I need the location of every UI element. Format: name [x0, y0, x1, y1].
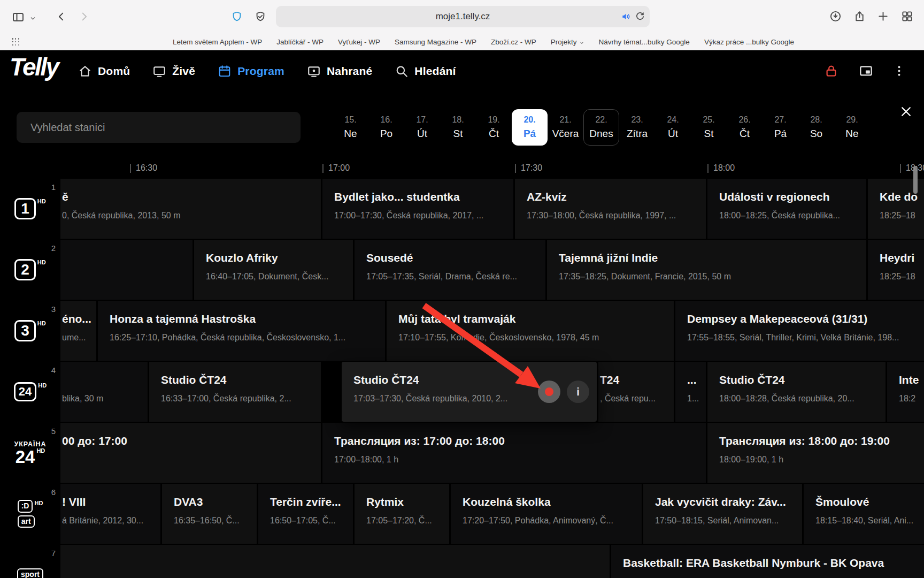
program-cell[interactable]: 00 до: 17:00 — [60, 423, 321, 483]
app-launcher-icon[interactable] — [12, 38, 20, 46]
bookmark-item[interactable]: Zboží.cz - WP — [491, 38, 536, 46]
program-cell[interactable]: Rytmix17:05–17:20, Č... — [355, 484, 449, 544]
bookmark-item[interactable]: Samsung Magazine - WP — [395, 38, 476, 46]
program-cell[interactable]: Tajemná jižní Indie17:35–18:25, Dokument… — [547, 240, 866, 300]
program-cell[interactable]: Inte18:2 — [887, 362, 924, 422]
date-23-zitra[interactable]: 23.Zítra — [619, 109, 655, 146]
program-cell[interactable]: Jak vycvičit draky: Záv...17:50–18:15, S… — [643, 484, 802, 544]
hd-badge: HD — [38, 382, 47, 389]
back-button-icon[interactable] — [56, 11, 67, 22]
channel-logo-5[interactable]: 5УКРАЇНА24HD — [0, 423, 60, 483]
program-cell[interactable]: Můj tata byl tramvaják17:10–17:55, Komed… — [387, 301, 674, 361]
program-cell[interactable] — [60, 240, 192, 300]
program-title: Terčin zvíře... — [270, 495, 348, 508]
channel-logo-3[interactable]: 33HD — [0, 301, 60, 361]
date-21-vcera[interactable]: 21.Včera — [548, 109, 583, 146]
program-cell[interactable]: ! VIIIá Británie, 2012, 30... — [60, 484, 160, 544]
audio-playing-icon[interactable] — [621, 11, 632, 22]
program-cell[interactable]: Šmoulové18:15–18:40, Seriál, Ani... — [804, 484, 924, 544]
nav-item-program[interactable]: Program — [218, 64, 284, 78]
program-cell[interactable]: Studio ČT2418:00–18:28, Česká republika,… — [707, 362, 886, 422]
nav-item-zive[interactable]: Živě — [152, 64, 195, 78]
new-tab-icon[interactable] — [877, 10, 889, 22]
chevron-down-icon[interactable] — [29, 14, 36, 21]
date-18-st[interactable]: 18.St — [440, 109, 476, 146]
date-27-pa[interactable]: 27.Pá — [763, 109, 798, 146]
ct-logo-icon: 2 — [14, 259, 36, 281]
program-cell[interactable]: Honza a tajemná Hastroška16:25–17:10, Po… — [98, 301, 385, 361]
date-19-ct[interactable]: 19.Čt — [476, 109, 512, 146]
sidebar-toggle-icon[interactable] — [12, 11, 25, 24]
program-cell[interactable]: blika, 30 m — [60, 362, 148, 422]
pip-cast-icon[interactable] — [859, 64, 873, 78]
program-cell[interactable]: Kouzelná školka17:20–17:50, Pohádka, Ani… — [451, 484, 642, 544]
program-cell[interactable]: Dempsey a Makepeaceová (31/31)17:55–18:5… — [675, 301, 924, 361]
program-cell[interactable]: Bydlet jako... studentka17:00–17:30, Čes… — [322, 179, 513, 239]
timeline-label: 16:30 — [136, 163, 157, 173]
channel-logo-7[interactable]: 7sport — [0, 545, 60, 578]
ct-logo-icon: :D — [18, 500, 33, 512]
close-icon[interactable] — [899, 105, 913, 118]
hd-badge: HD — [37, 320, 46, 326]
privacy-shield-icon[interactable] — [231, 11, 243, 22]
program-cell[interactable]: Трансляция из: 17:00 до: 18:0017:00–18:0… — [322, 423, 706, 483]
program-subtitle: 1... — [687, 394, 700, 404]
program-cell[interactable]: AZ-kvíz17:30–18:00, Česká republika, 199… — [515, 179, 706, 239]
program-cell[interactable]: T24, Česká repu... — [598, 362, 674, 422]
program-cell[interactable]: DVA316:35–16:50, Č... — [162, 484, 257, 544]
program-cell[interactable]: Studio ČT2417:03–17:30, Česká republika,… — [342, 362, 597, 422]
program-subtitle: 18:15–18:40, Seriál, Ani... — [815, 516, 919, 526]
date-22-dnes[interactable]: 22.Dnes — [583, 109, 619, 146]
nav-item-nahrane[interactable]: Nahrané — [307, 64, 372, 78]
station-search-input[interactable] — [17, 112, 301, 143]
bookmark-item[interactable]: Letem světem Applem - WP — [173, 38, 262, 46]
url-bar[interactable]: moje1.telly.cz — [276, 6, 650, 27]
date-17-ut[interactable]: 17.Út — [404, 109, 440, 146]
program-cell[interactable]: Události v regionech18:00–18:25, Česká r… — [707, 179, 866, 239]
date-28-so[interactable]: 28.So — [798, 109, 834, 146]
more-menu-icon[interactable] — [892, 64, 906, 78]
forward-button-icon[interactable] — [78, 11, 90, 22]
telly-logo[interactable]: Telly — [10, 52, 58, 81]
bookmark-item[interactable]: Projekty — [551, 38, 584, 46]
date-16-po[interactable]: 16.Po — [368, 109, 404, 146]
bookmark-item[interactable]: Návrhy témat...bulky Google — [599, 38, 690, 46]
program-cell[interactable]: ě0, Česká republika, 2013, 50 m — [60, 179, 321, 239]
date-day-label: Čt — [740, 128, 750, 140]
program-subtitle: blika, 30 m — [62, 394, 142, 404]
program-cell[interactable]: Studio ČT2416:33–17:00, Česká republika,… — [149, 362, 321, 422]
channel-logo-2[interactable]: 22HD — [0, 240, 60, 300]
program-cell[interactable]: éno...ume... — [60, 301, 96, 361]
program-cell[interactable]: Terčin zvíře...16:50–17:05, Č... — [258, 484, 353, 544]
info-button[interactable]: i — [567, 381, 589, 403]
nav-item-hledani[interactable]: Hledání — [395, 64, 456, 78]
date-26-ct[interactable]: 26.Čt — [727, 109, 763, 146]
program-cell[interactable]: Kouzlo Afriky16:40–17:05, Dokument, Česk… — [194, 240, 353, 300]
nav-item-domu[interactable]: Domů — [78, 64, 130, 78]
reload-icon[interactable] — [635, 11, 645, 22]
scrollbar[interactable] — [913, 166, 918, 194]
record-button[interactable] — [538, 381, 560, 403]
program-cell[interactable]: ...1... — [675, 362, 706, 422]
date-15-ne[interactable]: 15.Ne — [333, 109, 368, 146]
parental-lock-icon[interactable] — [824, 64, 838, 78]
bookmark-item[interactable]: Výkaz práce ...bulky Google — [704, 38, 794, 46]
share-icon[interactable] — [853, 10, 866, 22]
program-cell[interactable] — [60, 545, 610, 578]
program-cell[interactable]: Heydri18:25–18 — [868, 240, 924, 300]
date-29-ne[interactable]: 29.Ne — [834, 109, 870, 146]
bookmark-item[interactable]: Vyťukej - WP — [338, 38, 380, 46]
downloads-icon[interactable] — [829, 10, 842, 22]
channel-logo-1[interactable]: 11HD — [0, 179, 60, 239]
bookmark-item[interactable]: Jablíčkář - WP — [276, 38, 324, 46]
program-cell[interactable]: Basketball: ERA Basketball Nymburk - BK … — [611, 545, 924, 578]
channel-logo-6[interactable]: 6:DHDart — [0, 484, 60, 544]
date-25-st[interactable]: 25.St — [691, 109, 727, 146]
tab-overview-icon[interactable] — [901, 10, 913, 22]
program-cell[interactable]: Sousedé17:05–17:35, Seriál, Drama, Česká… — [355, 240, 545, 300]
program-cell[interactable]: Трансляция из: 18:00 до: 19:0018:00–19:0… — [707, 423, 924, 483]
date-24-ut[interactable]: 24.Út — [655, 109, 691, 146]
date-20-pa[interactable]: 20.Pá — [512, 109, 548, 146]
extension-shield-icon[interactable] — [255, 11, 266, 22]
channel-logo-4[interactable]: 424HD — [0, 362, 60, 422]
